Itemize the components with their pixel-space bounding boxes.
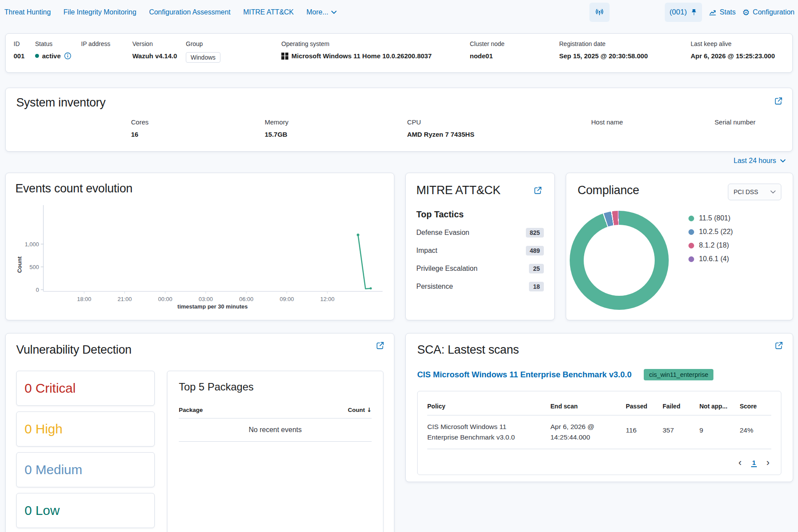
compliance-legend: 11.5 (801) 10.2.5 (22) 8.1.2 (18) 10.6.1… <box>688 214 733 263</box>
sca-table-row[interactable]: CIS Microsoft Windows 11 Enterprise Benc… <box>427 415 771 449</box>
legend-label: 8.1.2 (18) <box>699 241 729 249</box>
tactic-row[interactable]: Defense Evasion 825 <box>416 228 544 238</box>
time-range-selector[interactable]: Last 24 hours <box>734 157 786 165</box>
legend-item: 10.6.1 (4) <box>688 255 733 263</box>
sca-latest-scans-panel: SCA: Lastest scans CIS Microsoft Windows… <box>405 333 793 482</box>
group-chip-windows[interactable]: Windows <box>186 52 220 63</box>
external-link-icon[interactable] <box>534 186 542 195</box>
tactic-row[interactable]: Persistence 18 <box>416 282 544 291</box>
sca-policy-link[interactable]: CIS Microsoft Windows 11 Enterprise Benc… <box>417 370 631 379</box>
agent-os-value: Microsoft Windows 11 Home 10.0.26200.803… <box>291 52 432 60</box>
nav-mitre-attack[interactable]: MITRE ATT&CK <box>243 8 294 16</box>
info-icon[interactable] <box>64 52 71 60</box>
next-page-arrow[interactable]: › <box>766 458 770 468</box>
col-score: Score <box>740 396 771 415</box>
col-end-scan: End scan <box>550 396 626 415</box>
configuration-button[interactable]: ⚙ Configuration <box>742 8 794 17</box>
cluster-node-label: Cluster node <box>470 40 559 47</box>
sca-policy-badge: cis_win11_enterprise <box>644 369 713 380</box>
legend-label: 10.6.1 (4) <box>699 255 729 263</box>
tactic-count-badge: 825 <box>526 228 544 238</box>
events-count-evolution-title: Events count evolution <box>15 182 384 195</box>
compliance-framework-select[interactable]: PCI DSS <box>728 184 781 200</box>
nav-spacer <box>616 3 658 22</box>
page-number-1[interactable]: 1 <box>751 459 756 467</box>
legend-dot-purple <box>688 256 694 262</box>
x-tick-4: 03:00 <box>199 296 213 302</box>
legend-item: 8.1.2 (18) <box>688 241 733 249</box>
vulnerability-detection-panel: Vulnerability Detection 0 Critical 0 Hig… <box>5 333 394 532</box>
last-keep-alive-value: Apr 6, 2026 @ 15:25:23.000 <box>691 52 775 60</box>
time-range-label: Last 24 hours <box>734 157 776 165</box>
top-packages-title: Top 5 Packages <box>179 381 372 393</box>
col-passed: Passed <box>626 396 663 415</box>
tactic-count-badge: 489 <box>526 246 544 255</box>
high-stat-card[interactable]: 0 High <box>16 411 155 447</box>
agent-id-pin-button[interactable]: (001) <box>665 3 702 22</box>
external-link-icon[interactable] <box>775 341 783 350</box>
events-peak-point <box>357 234 359 236</box>
cores-value: 16 <box>131 131 265 138</box>
external-link-icon[interactable] <box>774 97 783 105</box>
nav-more-menu[interactable]: More... <box>306 8 337 16</box>
external-link-icon[interactable] <box>376 341 384 350</box>
cores-label: Cores <box>131 118 265 126</box>
tactic-row[interactable]: Impact 489 <box>416 246 544 255</box>
nav-file-integrity-monitoring[interactable]: File Integrity Monitoring <box>64 8 136 16</box>
signal-icon <box>594 7 605 18</box>
critical-stat-card[interactable]: 0 Critical <box>16 371 155 406</box>
stats-label: Stats <box>720 8 735 16</box>
agent-version-label: Version <box>132 40 186 47</box>
system-inventory-title: System inventory <box>16 96 782 110</box>
tactic-name: Impact <box>416 247 437 255</box>
sca-title: SCA: Lastest scans <box>417 343 781 357</box>
sca-table-header: Policy End scan Passed Failed Not app...… <box>427 396 771 415</box>
legend-label: 10.2.5 (22) <box>699 228 733 236</box>
package-column-header: Package <box>179 407 203 413</box>
medium-stat-card[interactable]: 0 Medium <box>16 452 155 487</box>
last-keep-alive-label: Last keep alive <box>691 40 775 47</box>
syscollector-signal-button[interactable] <box>589 3 610 22</box>
tactic-name: Defense Evasion <box>416 229 469 237</box>
nav-threat-hunting[interactable]: Threat Hunting <box>4 8 51 16</box>
tactic-row[interactable]: Privilege Escalation 25 <box>416 264 544 273</box>
legend-dot-pink <box>688 243 694 248</box>
x-tick-6: 09:00 <box>280 296 294 302</box>
events-line-chart: Count 1,000 500 0 18:00 21:00 00:00 <box>15 199 384 311</box>
events-last-point <box>370 287 372 290</box>
legend-dot-blue <box>688 229 694 235</box>
selected-framework: PCI DSS <box>734 188 758 195</box>
sca-scans-table: Policy End scan Passed Failed Not app...… <box>417 391 781 475</box>
stats-button[interactable]: Stats <box>709 8 735 16</box>
severity-stats: 0 Critical 0 High 0 Medium 0 Low <box>16 371 155 532</box>
agent-info-bar: ID001 Status active IP address VersionWa… <box>5 33 793 73</box>
cell-not-applicable: 9 <box>699 415 740 449</box>
tactic-name: Persistence <box>416 283 453 291</box>
agent-ip-label: IP address <box>81 40 132 47</box>
tactic-count-badge: 25 <box>529 264 544 273</box>
agent-version-value: Wazuh v4.14.0 <box>132 52 186 60</box>
nav-links: Threat Hunting File Integrity Monitoring… <box>4 8 337 16</box>
vulnerability-detection-title: Vulnerability Detection <box>16 343 383 357</box>
nav-more-label: More... <box>306 8 328 16</box>
col-not-applicable: Not app... <box>699 396 740 415</box>
chevron-down-icon <box>770 190 776 194</box>
status-active-dot <box>35 54 39 58</box>
memory-label: Memory <box>265 118 407 126</box>
y-tick-0: 0 <box>36 287 39 293</box>
cpu-label: CPU <box>407 118 591 126</box>
count-header-label: Count <box>348 407 365 413</box>
gear-icon: ⚙ <box>742 8 750 17</box>
nav-configuration-assessment[interactable]: Configuration Assessment <box>149 8 231 16</box>
legend-label: 11.5 (801) <box>699 214 731 222</box>
cpu-value: AMD Ryzen 7 7435HS <box>407 131 591 138</box>
configuration-label: Configuration <box>753 8 794 16</box>
no-recent-events-message: No recent events <box>179 419 372 442</box>
agent-id-value: 001 <box>14 52 35 60</box>
count-column-header[interactable]: Count ↓ <box>348 406 372 413</box>
memory-value: 15.7GB <box>265 131 407 138</box>
top-packages-card: Top 5 Packages Package Count ↓ No recent… <box>167 371 383 532</box>
registration-date-value: Sep 15, 2025 @ 20:30:58.000 <box>559 52 691 60</box>
previous-page-arrow[interactable]: ‹ <box>738 458 741 468</box>
low-stat-card[interactable]: 0 Low <box>16 493 155 528</box>
